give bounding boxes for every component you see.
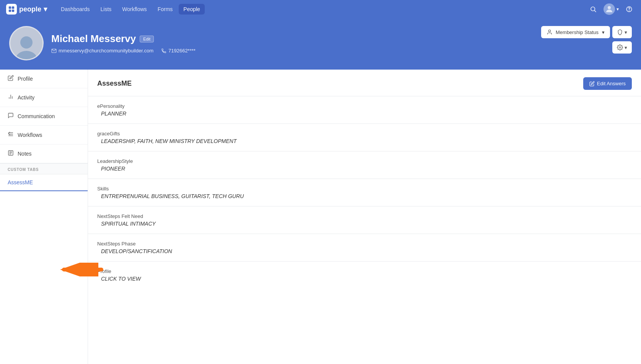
assess-item-5: NextSteps Phase DEVELOP/SANCTIFICATION bbox=[88, 234, 641, 262]
content-title: AssessME bbox=[97, 80, 132, 88]
profile-left: Michael Messervy Edit mmesservy@churchco… bbox=[9, 26, 196, 60]
profile-email: mmesservy@churchcommunitybuilder.com bbox=[51, 48, 153, 54]
sidebar-item-workflows[interactable]: Workflows bbox=[0, 126, 88, 145]
nav-lists[interactable]: Lists bbox=[96, 4, 116, 15]
svg-point-13 bbox=[619, 47, 621, 48]
assess-label-6: Profile bbox=[97, 268, 632, 274]
profile-avatar bbox=[9, 26, 44, 60]
assess-item-1: graceGifts LEADERSHIP, FAITH, NEW MINIST… bbox=[88, 124, 641, 151]
assess-label-3: Skills bbox=[97, 186, 632, 192]
assess-item-4: NextSteps Felt Need SPIRITUAL INTIMACY bbox=[88, 206, 641, 234]
svg-point-6 bbox=[608, 6, 611, 9]
assess-item-3: Skills ENTREPRENURIAL BUSINESS, GUITARIS… bbox=[88, 179, 641, 206]
sidebar-item-profile[interactable]: Profile bbox=[0, 70, 88, 88]
email-value: mmesservy@churchcommunitybuilder.com bbox=[59, 48, 153, 54]
sidebar-item-communication[interactable]: Communication bbox=[0, 107, 88, 126]
pencil-icon bbox=[8, 75, 14, 83]
nav-forms[interactable]: Forms bbox=[153, 4, 178, 15]
assess-label-5: NextSteps Phase bbox=[97, 241, 632, 247]
profile-header: Michael Messervy Edit mmesservy@churchco… bbox=[0, 18, 641, 70]
assess-item-2: LeadershipStyle PIONEER bbox=[88, 151, 641, 179]
membership-caret: ▾ bbox=[602, 29, 605, 35]
svg-point-8 bbox=[629, 11, 630, 11]
phone-value: 7192662**** bbox=[168, 48, 196, 54]
sidebar-item-assessme[interactable]: AssessME bbox=[0, 174, 88, 191]
assess-label-1: graceGifts bbox=[97, 131, 632, 136]
svg-point-12 bbox=[548, 30, 550, 32]
sidebar-workflows-label: Workflows bbox=[18, 132, 42, 138]
sidebar-profile-label: Profile bbox=[18, 76, 33, 82]
shield-button[interactable]: ▾ bbox=[612, 26, 632, 38]
nav-workflows[interactable]: Workflows bbox=[117, 4, 151, 15]
chat-icon bbox=[8, 112, 14, 120]
activity-icon bbox=[8, 94, 14, 101]
assess-value-0: PLANNER bbox=[97, 110, 632, 117]
nav-right: ▾ bbox=[587, 3, 635, 15]
assess-item-0: ePersonality PLANNER bbox=[88, 96, 641, 124]
svg-rect-1 bbox=[12, 6, 14, 9]
logo-icon bbox=[6, 4, 17, 15]
svg-point-9 bbox=[20, 36, 33, 49]
sidebar-communication-label: Communication bbox=[18, 113, 55, 119]
user-caret: ▾ bbox=[617, 6, 619, 12]
gear-button[interactable]: ▾ bbox=[612, 41, 632, 54]
search-button[interactable] bbox=[587, 3, 599, 15]
membership-status-button[interactable]: Membership Status ▾ bbox=[541, 26, 610, 38]
svg-point-4 bbox=[591, 7, 595, 11]
user-avatar bbox=[603, 3, 615, 15]
edit-answers-button[interactable]: Edit Answers bbox=[583, 77, 632, 90]
assess-label-2: LeadershipStyle bbox=[97, 158, 632, 164]
profile-full-name: Michael Messervy bbox=[51, 33, 136, 45]
svg-rect-2 bbox=[9, 10, 11, 12]
assess-value-3: ENTREPRENURIAL BUSINESS, GUITARIST, TECH… bbox=[97, 193, 632, 199]
assess-item-6: Profile CLICK TO VIEW bbox=[88, 262, 641, 289]
edit-answers-label: Edit Answers bbox=[597, 81, 626, 86]
assess-label-4: NextSteps Felt Need bbox=[97, 213, 632, 219]
main-layout: Profile Activity Communication bbox=[0, 70, 641, 364]
profile-right: Membership Status ▾ ▾ ▾ bbox=[541, 26, 632, 54]
profile-info: Michael Messervy Edit mmesservy@churchco… bbox=[51, 33, 196, 54]
svg-rect-3 bbox=[12, 10, 14, 12]
header-buttons-row: Membership Status ▾ ▾ bbox=[541, 26, 632, 38]
profile-phone: 7192662**** bbox=[161, 48, 196, 54]
custom-tabs-section-label: CUSTOM TABS bbox=[0, 163, 88, 174]
edit-profile-badge[interactable]: Edit bbox=[140, 36, 154, 42]
sidebar-activity-label: Activity bbox=[18, 94, 34, 101]
svg-rect-0 bbox=[9, 6, 11, 9]
nav-links: Dashboards Lists Workflows Forms People bbox=[56, 4, 587, 15]
svg-point-10 bbox=[16, 51, 37, 59]
help-button[interactable] bbox=[623, 3, 635, 15]
assess-value-4: SPIRITUAL INTIMACY bbox=[97, 221, 632, 227]
nav-people[interactable]: People bbox=[179, 4, 205, 15]
membership-status-label: Membership Status bbox=[556, 29, 599, 35]
top-nav: people ▾ Dashboards Lists Workflows Form… bbox=[0, 0, 641, 18]
workflows-icon bbox=[8, 131, 14, 139]
assess-label-0: ePersonality bbox=[97, 103, 632, 109]
shield-caret: ▾ bbox=[625, 29, 627, 35]
notes-icon bbox=[8, 150, 14, 158]
content-header: AssessME Edit Answers bbox=[88, 70, 641, 96]
assess-value-1: LEADERSHIP, FAITH, NEW MINISTRY DEVELOPM… bbox=[97, 138, 632, 144]
sidebar-item-notes[interactable]: Notes bbox=[0, 145, 88, 163]
user-avatar-group[interactable]: ▾ bbox=[603, 3, 619, 15]
app-name: people bbox=[19, 5, 41, 13]
sidebar-item-activity[interactable]: Activity bbox=[0, 88, 88, 107]
svg-line-5 bbox=[594, 10, 596, 12]
gear-row: ▾ bbox=[612, 41, 632, 54]
sidebar-notes-label: Notes bbox=[18, 151, 32, 157]
sidebar: Profile Activity Communication bbox=[0, 70, 88, 364]
assess-value-6: CLICK TO VIEW bbox=[97, 276, 632, 282]
content-area: AssessME Edit Answers ePersonality PLANN… bbox=[88, 70, 641, 364]
assessme-tab-label: AssessME bbox=[8, 179, 33, 185]
assess-value-5: DEVELOP/SANCTIFICATION bbox=[97, 248, 632, 254]
app-logo[interactable]: people ▾ bbox=[6, 4, 47, 15]
assess-value-2: PIONEER bbox=[97, 166, 632, 172]
gear-caret: ▾ bbox=[625, 45, 627, 50]
profile-name-row: Michael Messervy Edit bbox=[51, 33, 196, 45]
nav-dashboards[interactable]: Dashboards bbox=[56, 4, 95, 15]
app-logo-caret: ▾ bbox=[44, 5, 47, 13]
profile-contact: mmesservy@churchcommunitybuilder.com 719… bbox=[51, 48, 196, 54]
